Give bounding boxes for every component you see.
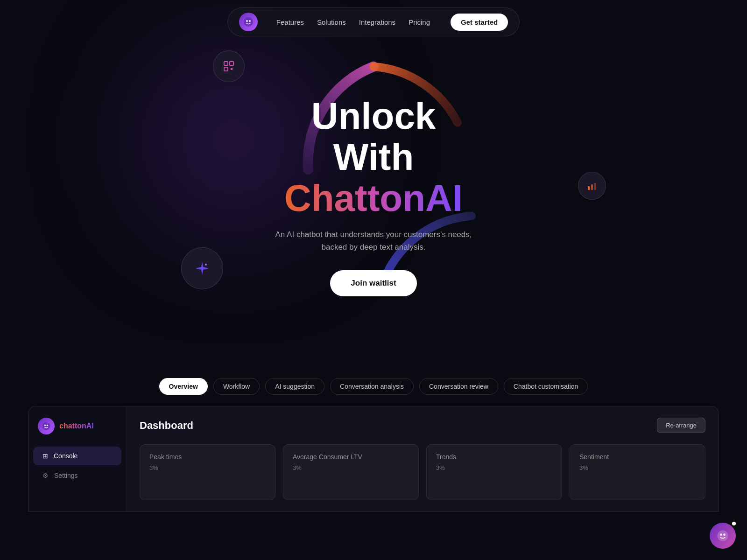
svg-point-14 xyxy=(717,530,728,541)
card-avg-consumer-value: 3% xyxy=(293,464,409,471)
card-peak-times-value: 3% xyxy=(149,464,266,471)
card-avg-consumer-title: Average Consumer LTV xyxy=(293,453,409,461)
card-peak-times: Peak times 3% xyxy=(140,444,275,500)
sidebar-logo-icon xyxy=(38,418,55,434)
nav-integrations[interactable]: Integrations xyxy=(359,18,395,26)
rearrange-button[interactable]: Re-arrange xyxy=(657,418,705,433)
nav-pricing[interactable]: Pricing xyxy=(409,18,430,26)
settings-icon: ⚙ xyxy=(42,472,49,479)
svg-point-15 xyxy=(720,533,722,536)
scan-icon-bubble xyxy=(213,50,245,82)
tab-conversation-review[interactable]: Conversation review xyxy=(419,378,498,395)
get-started-button[interactable]: Get started xyxy=(451,14,508,31)
tab-overview[interactable]: Overview xyxy=(159,378,208,395)
card-peak-times-title: Peak times xyxy=(149,453,266,461)
navigation: Features Solutions Integrations Pricing … xyxy=(0,0,747,44)
hero-section: Unlock With ChattonAI An AI chatbot that… xyxy=(0,0,747,364)
dashboard-cards: Peak times 3% Average Consumer LTV 3% Tr… xyxy=(140,444,705,500)
svg-point-0 xyxy=(244,17,253,27)
dashboard-header: Dashboard Re-arrange xyxy=(140,418,705,433)
nav-logo xyxy=(239,13,258,31)
tab-conversation-analysis[interactable]: Conversation analysis xyxy=(330,378,414,395)
sidebar-brand-name: chattonAI xyxy=(59,422,94,430)
sidebar-logo: chattonAI xyxy=(28,418,126,446)
chat-bubble[interactable] xyxy=(710,523,736,549)
svg-rect-4 xyxy=(230,62,233,65)
sidebar-item-settings[interactable]: ⚙ Settings xyxy=(33,466,121,485)
card-trends: Trends 3% xyxy=(426,444,562,500)
svg-point-11 xyxy=(42,422,50,430)
hero-subtitle: An AI chatbot that understands your cust… xyxy=(271,228,476,253)
tab-ai-suggestion[interactable]: AI suggestion xyxy=(265,378,324,395)
dashboard-main: Dashboard Re-arrange Peak times 3% Avera… xyxy=(127,406,719,511)
svg-point-12 xyxy=(44,425,46,426)
join-waitlist-button[interactable]: Join waitlist xyxy=(330,270,416,296)
svg-rect-8 xyxy=(591,184,593,190)
card-sentiment: Sentiment 3% xyxy=(570,444,705,500)
svg-rect-9 xyxy=(594,183,596,190)
svg-point-16 xyxy=(723,533,726,536)
svg-rect-3 xyxy=(224,62,228,65)
nav-features[interactable]: Features xyxy=(276,18,304,26)
card-avg-consumer: Average Consumer LTV 3% xyxy=(283,444,419,500)
dashboard-preview: chattonAI ⊞ Console ⚙ Settings Dashboard… xyxy=(28,406,719,512)
card-sentiment-value: 3% xyxy=(579,464,696,471)
sidebar-item-label: Settings xyxy=(54,472,78,479)
svg-rect-6 xyxy=(231,68,233,70)
feature-tabs: Overview Workflow AI suggestion Conversa… xyxy=(0,364,747,406)
nav-solutions[interactable]: Solutions xyxy=(317,18,346,26)
svg-point-2 xyxy=(249,20,251,22)
hero-text-block: Unlock With ChattonAI An AI chatbot that… xyxy=(271,96,476,296)
svg-point-10 xyxy=(205,264,207,266)
sparkle-icon-bubble xyxy=(181,247,223,289)
card-trends-title: Trends xyxy=(436,453,552,461)
tab-chatbot-customisation[interactable]: Chatbot customisation xyxy=(504,378,588,395)
card-trends-value: 3% xyxy=(436,464,552,471)
tab-workflow[interactable]: Workflow xyxy=(213,378,260,395)
chart-icon-bubble xyxy=(578,172,606,200)
svg-point-1 xyxy=(246,20,248,22)
sidebar: chattonAI ⊞ Console ⚙ Settings xyxy=(28,406,127,511)
svg-point-13 xyxy=(47,425,48,426)
card-sentiment-title: Sentiment xyxy=(579,453,696,461)
dashboard-title: Dashboard xyxy=(140,420,193,432)
hero-title: Unlock With ChattonAI xyxy=(271,96,476,219)
sidebar-item-console[interactable]: ⊞ Console xyxy=(33,447,121,465)
svg-rect-7 xyxy=(588,186,590,190)
nav-links: Features Solutions Integrations Pricing xyxy=(276,18,430,26)
sidebar-item-label: Console xyxy=(54,452,78,460)
svg-rect-5 xyxy=(224,67,228,71)
console-icon: ⊞ xyxy=(42,452,48,460)
